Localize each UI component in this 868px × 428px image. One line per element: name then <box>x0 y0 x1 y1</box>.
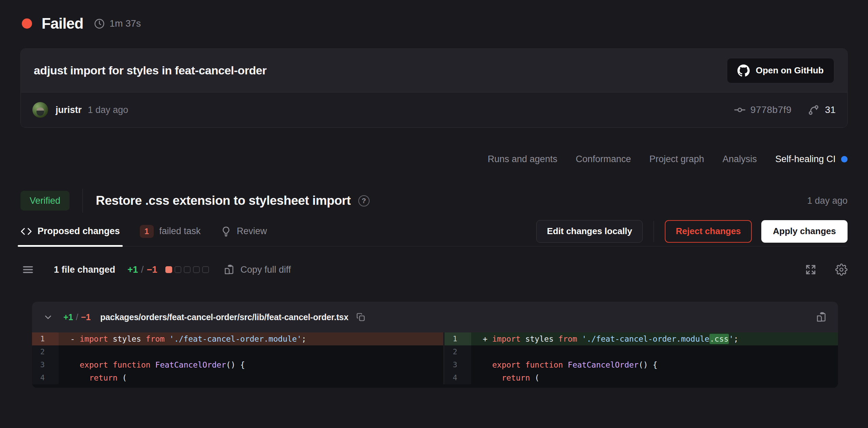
authored-time: 1 day ago <box>88 105 129 115</box>
commit-icon <box>734 104 746 116</box>
expand-fullscreen-icon[interactable] <box>805 263 817 276</box>
code-content <box>471 345 838 358</box>
author-avatar[interactable] <box>32 102 48 118</box>
line-number: 3 <box>32 358 59 371</box>
stat-separator: / <box>76 312 78 322</box>
tab-failed-task[interactable]: 1 failed task <box>140 216 201 246</box>
diff-line-context: 2 <box>32 345 443 358</box>
file-path: packages/orders/feat-cancel-order/src/li… <box>100 312 348 322</box>
code-content <box>59 345 443 358</box>
edit-changes-locally-button[interactable]: Edit changes locally <box>536 220 643 243</box>
nav-item-conformance[interactable]: Conformance <box>576 154 631 165</box>
tab-label: Proposed changes <box>38 226 120 237</box>
diff-line-context: 2 <box>445 345 838 358</box>
open-on-github-label: Open on GitHub <box>756 65 824 76</box>
line-number: 3 <box>445 358 471 371</box>
github-icon <box>737 65 750 77</box>
commit-card-meta: juristr 1 day ago 9778b7f9 31 <box>21 92 847 127</box>
diff-stat-block <box>193 266 200 273</box>
copy-file-path-icon[interactable] <box>356 312 365 322</box>
clock-icon <box>94 18 105 29</box>
nav-item-label: Self-healing CI <box>775 154 836 165</box>
code-content: + import styles from './feat-cancel-orde… <box>471 332 838 345</box>
chevron-down-icon[interactable] <box>43 312 53 322</box>
diff-line-context: 4 return ( <box>32 371 443 384</box>
divider <box>83 189 83 213</box>
diff-line-context: 4 return ( <box>445 371 838 384</box>
diff-pane-left: 1- import styles from './feat-cancel-ord… <box>32 332 445 384</box>
tab-label: failed task <box>159 226 201 237</box>
diff-file-header[interactable]: +1 / −1 packages/orders/feat-cancel-orde… <box>32 302 838 332</box>
notification-dot <box>841 156 848 162</box>
code-content: export function FeatCancelOrder() { <box>471 358 838 371</box>
reject-changes-button[interactable]: Reject changes <box>665 220 752 243</box>
code-content: - import styles from './feat-cancel-orde… <box>59 332 443 345</box>
workspace-nav: Runs and agents Conformance Project grap… <box>488 152 848 166</box>
diff-stat-block <box>175 266 181 273</box>
fix-header: Verified Restore .css extension to style… <box>20 190 848 212</box>
copy-file-diff-icon[interactable] <box>815 311 827 323</box>
copy-full-diff-button[interactable]: Copy full diff <box>223 264 291 275</box>
additions-count: +1 <box>128 265 138 275</box>
line-number: 2 <box>32 345 59 358</box>
fix-tabs-row: Proposed changes 1 failed task Review Ed… <box>20 216 848 246</box>
file-deletions: −1 <box>81 312 91 322</box>
verified-badge: Verified <box>20 191 70 211</box>
apply-changes-button[interactable]: Apply changes <box>761 220 848 243</box>
open-on-github-button[interactable]: Open on GitHub <box>727 58 834 83</box>
diff-line-context: 3 export function FeatCancelOrder() { <box>445 358 838 371</box>
files-changed-count: 1 file changed <box>54 265 115 275</box>
tab-label: Review <box>237 226 267 237</box>
line-number: 4 <box>32 371 59 384</box>
stat-separator: / <box>141 265 144 275</box>
nav-item-runs-and-agents[interactable]: Runs and agents <box>488 154 557 165</box>
lightbulb-icon <box>221 226 231 237</box>
status-failed-dot <box>22 18 32 29</box>
deletions-count: −1 <box>147 265 157 275</box>
diff-stat-block <box>165 266 172 273</box>
code-content: return ( <box>471 371 838 384</box>
code-content: export function FeatCancelOrder() { <box>59 358 443 371</box>
diff-pane-right: 1+ import styles from './feat-cancel-ord… <box>445 332 838 384</box>
copy-full-diff-label: Copy full diff <box>240 265 291 275</box>
diff-line-added: 1+ import styles from './feat-cancel-ord… <box>445 332 838 345</box>
diff-toolbar: 1 file changed +1 / −1 Copy full diff <box>22 259 848 281</box>
nav-item-analysis[interactable]: Analysis <box>722 154 757 165</box>
active-tab-underline <box>18 245 123 247</box>
line-number: 1 <box>32 332 59 345</box>
line-number: 4 <box>445 371 471 384</box>
line-number: 2 <box>445 345 471 358</box>
diff-stat-block <box>184 266 191 273</box>
diff-settings-gear-icon[interactable] <box>835 263 848 276</box>
branch-count[interactable]: 31 <box>825 104 836 115</box>
diff-stat-blocks <box>165 266 209 273</box>
file-list-menu-icon[interactable] <box>22 263 34 276</box>
fix-actions: Edit changes locally Reject changes Appl… <box>536 220 848 243</box>
file-diff-stat: +1 / −1 <box>63 312 91 322</box>
branch-merge-icon <box>807 104 820 116</box>
run-duration: 1m 37s <box>109 18 141 29</box>
code-icon <box>20 226 32 237</box>
diff-stat-block <box>202 266 209 273</box>
commit-card: adjust import for styles in feat-cancel-… <box>20 48 848 128</box>
fix-time-ago: 1 day ago <box>807 196 848 206</box>
diff-code-area: 1- import styles from './feat-cancel-ord… <box>32 332 838 388</box>
author-name[interactable]: juristr <box>56 105 82 115</box>
clipboard-icon <box>223 264 235 275</box>
run-status-row: Failed 1m 37s <box>22 15 141 32</box>
tab-review[interactable]: Review <box>221 216 267 246</box>
code-content: return ( <box>59 371 443 384</box>
failed-count-badge: 1 <box>140 225 154 238</box>
diff-panel: +1 / −1 packages/orders/feat-cancel-orde… <box>32 302 838 388</box>
nav-item-self-healing-ci[interactable]: Self-healing CI <box>775 154 848 165</box>
divider <box>654 221 654 242</box>
commit-title: adjust import for styles in feat-cancel-… <box>34 64 267 77</box>
tab-proposed-changes[interactable]: Proposed changes <box>20 216 120 246</box>
help-icon[interactable]: ? <box>358 195 370 206</box>
file-additions: +1 <box>63 312 73 322</box>
status-label: Failed <box>42 15 83 32</box>
commit-sha[interactable]: 9778b7f9 <box>750 104 792 115</box>
fix-title: Restore .css extension to stylesheet imp… <box>96 194 351 208</box>
nav-item-project-graph[interactable]: Project graph <box>649 154 704 165</box>
diff-line-context: 3 export function FeatCancelOrder() { <box>32 358 443 371</box>
